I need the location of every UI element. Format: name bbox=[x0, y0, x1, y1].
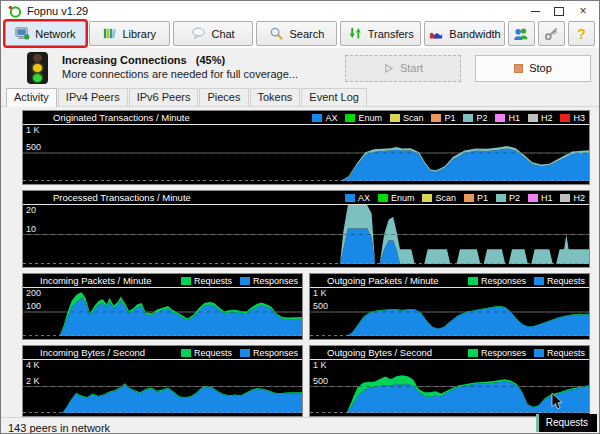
legend-tooltip: Requests bbox=[536, 414, 597, 432]
chart-legend: ResponsesRequests bbox=[468, 348, 585, 358]
legend-item-h2: H2 bbox=[560, 193, 585, 203]
connection-status-panel: Increasing Connections (45%) More connec… bbox=[1, 48, 599, 88]
chart-outgoing-bytes-second: Outgoing Bytes / SecondResponsesRequests… bbox=[309, 345, 590, 417]
connection-status-subtitle: More connections are needed for full cov… bbox=[62, 68, 331, 82]
library-icon bbox=[102, 26, 117, 41]
stop-icon bbox=[514, 64, 523, 73]
library-button[interactable]: Library bbox=[89, 21, 170, 46]
tab-event-log[interactable]: Event Log bbox=[301, 88, 367, 106]
legend-swatch-icon bbox=[560, 114, 570, 122]
chart-title: Incoming Packets / Minute bbox=[40, 275, 151, 286]
network-label: Network bbox=[35, 28, 75, 40]
tab-ipv6-peers[interactable]: IPv6 Peers bbox=[129, 88, 199, 106]
chart-legend: RequestsResponses bbox=[181, 348, 298, 358]
tab-tokens[interactable]: Tokens bbox=[250, 88, 301, 106]
chart-legend: RequestsResponses bbox=[181, 276, 298, 286]
transfers-icon bbox=[348, 26, 363, 41]
legend-item-requests: Requests bbox=[181, 276, 232, 286]
legend-item-requests: Requests bbox=[181, 348, 232, 358]
peers-count-text: 143 peers in network bbox=[8, 422, 110, 434]
users-icon bbox=[513, 26, 529, 42]
legend-item-responses: Responses bbox=[240, 348, 298, 358]
close-button[interactable]: × bbox=[571, 3, 595, 19]
legend-swatch-icon bbox=[378, 194, 388, 202]
legend-item-scan: Scan bbox=[390, 113, 424, 123]
legend-item-p1: P1 bbox=[464, 193, 488, 203]
search-icon bbox=[269, 26, 284, 41]
y-axis-mid-label: 2 K bbox=[26, 377, 40, 386]
chart-plot: 200100 bbox=[23, 288, 302, 336]
tab-strip: ActivityIPv4 PeersIPv6 PeersPiecesTokens… bbox=[1, 88, 599, 107]
legend-swatch-icon bbox=[468, 349, 478, 357]
y-axis-top-label: 20 bbox=[26, 206, 36, 215]
stop-button[interactable]: Stop bbox=[475, 55, 591, 82]
traffic-light-icon bbox=[27, 52, 48, 84]
chart-plot: 1 K500 bbox=[23, 125, 589, 181]
bandwidth-button[interactable]: Bandwidth bbox=[424, 21, 505, 46]
legend-tooltip-label: Requests bbox=[546, 417, 588, 428]
search-button[interactable]: Search bbox=[256, 21, 337, 46]
legend-swatch-icon bbox=[495, 114, 505, 122]
y-axis-mid-label: 500 bbox=[313, 302, 328, 311]
chart-title: Processed Transactions / Minute bbox=[53, 192, 191, 203]
users-button[interactable] bbox=[508, 21, 535, 46]
legend-item-ax: AX bbox=[345, 193, 370, 203]
y-axis-mid-label: 500 bbox=[313, 377, 328, 386]
chat-icon bbox=[191, 26, 206, 41]
y-axis-top-label: 200 bbox=[26, 289, 41, 298]
chat-button[interactable]: Chat bbox=[173, 21, 254, 46]
legend-swatch-icon bbox=[181, 277, 191, 285]
legend-swatch-icon bbox=[528, 114, 538, 122]
chart-processed-transactions-minute: Processed Transactions / MinuteAXEnumSca… bbox=[22, 190, 590, 268]
chart-plot: 1 K500 bbox=[310, 360, 589, 413]
chart-plot: 4 K2 K bbox=[23, 360, 302, 413]
chart-incoming-bytes-second: Incoming Bytes / SecondRequestsResponses… bbox=[22, 345, 303, 417]
legend-item-requests: Requests bbox=[534, 348, 585, 358]
legend-swatch-icon bbox=[312, 114, 322, 122]
y-axis-mid-label: 500 bbox=[26, 143, 41, 152]
fopnu-window: Fopnu v1.29 × Network Library bbox=[0, 0, 600, 434]
legend-item-h1: H1 bbox=[528, 193, 553, 203]
legend-item-responses: Responses bbox=[468, 348, 526, 358]
help-button[interactable]: ? bbox=[568, 21, 595, 46]
legend-swatch-icon bbox=[496, 194, 506, 202]
transfers-label: Transfers bbox=[368, 28, 414, 40]
chart-title: Outgoing Bytes / Second bbox=[327, 347, 432, 358]
help-icon: ? bbox=[577, 26, 586, 42]
minimize-button[interactable] bbox=[523, 3, 547, 19]
y-axis-top-label: 1 K bbox=[313, 289, 327, 298]
tab-activity[interactable]: Activity bbox=[6, 88, 57, 107]
legend-item-h3: H3 bbox=[560, 113, 585, 123]
chart-title: Originated Transactions / Minute bbox=[53, 112, 190, 123]
y-axis-mid-label: 10 bbox=[26, 225, 36, 234]
network-button[interactable]: Network bbox=[5, 21, 86, 46]
legend-item-scan: Scan bbox=[422, 193, 456, 203]
legend-item-enum: Enum bbox=[345, 113, 382, 123]
key-button[interactable] bbox=[538, 21, 565, 46]
transfers-button[interactable]: Transfers bbox=[340, 21, 421, 46]
window-title: Fopnu v1.29 bbox=[27, 5, 523, 17]
y-axis-top-label: 1 K bbox=[313, 361, 327, 370]
maximize-button[interactable] bbox=[547, 3, 571, 19]
legend-swatch-icon bbox=[345, 194, 355, 202]
chart-title: Outgoing Packets / Minute bbox=[327, 275, 438, 286]
title-bar: Fopnu v1.29 × bbox=[1, 1, 599, 21]
connection-percent: (45%) bbox=[196, 54, 225, 66]
mouse-cursor-icon bbox=[551, 393, 564, 411]
tab-pieces[interactable]: Pieces bbox=[199, 88, 248, 106]
network-icon bbox=[15, 26, 30, 41]
legend-swatch-icon bbox=[345, 114, 355, 122]
play-icon bbox=[383, 63, 394, 74]
charts-area: Originated Transactions / MinuteAXEnumSc… bbox=[1, 107, 599, 417]
chart-legend: ResponsesRequests bbox=[468, 276, 585, 286]
chart-outgoing-packets-minute: Outgoing Packets / MinuteResponsesReques… bbox=[309, 273, 590, 340]
chart-title: Incoming Bytes / Second bbox=[40, 347, 145, 358]
legend-item-ax: AX bbox=[312, 113, 337, 123]
legend-swatch-icon bbox=[240, 349, 250, 357]
y-axis-top-label: 4 K bbox=[26, 361, 40, 370]
toolbar: Network Library Chat Search bbox=[1, 21, 599, 48]
tab-ipv4-peers[interactable]: IPv4 Peers bbox=[58, 88, 128, 106]
start-button[interactable]: Start bbox=[345, 55, 461, 82]
legend-item-h1: H1 bbox=[495, 113, 520, 123]
legend-swatch-icon bbox=[560, 194, 570, 202]
